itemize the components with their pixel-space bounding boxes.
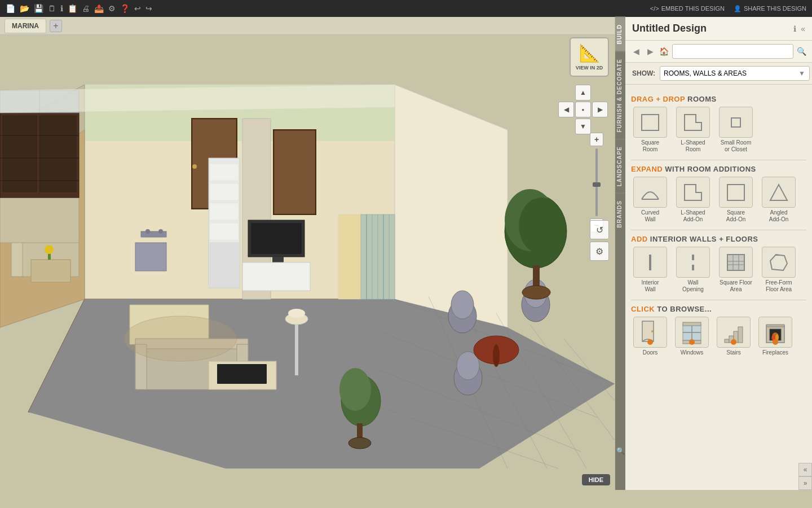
l-shaped-room-label: L-ShapedRoom <box>681 139 705 153</box>
l-shaped-addon-icon <box>676 177 710 208</box>
nav-left-button[interactable]: ◀ <box>558 102 574 117</box>
svg-rect-32 <box>272 257 284 262</box>
square-addon-icon <box>719 177 753 208</box>
stairs-browse-item[interactable]: Stairs <box>714 317 753 356</box>
reset-view-button[interactable]: ↺ <box>590 220 609 239</box>
section-normal-interior: INTERIOR WALLS + FLOORS <box>650 235 758 243</box>
nav-center-button[interactable]: ● <box>575 102 591 117</box>
collapse-buttons: « » <box>798 463 812 490</box>
collapse-up-button[interactable]: « <box>798 463 812 476</box>
curved-wall-item[interactable]: CurvedWall <box>631 177 669 223</box>
search-tab-icon[interactable]: 🔍 <box>615 446 625 456</box>
help-icon[interactable]: ❓ <box>120 4 130 13</box>
nav-right-button[interactable]: ▶ <box>592 102 608 117</box>
wall-opening-label: WallOpening <box>682 279 704 293</box>
free-form-floor-area-icon <box>762 247 796 278</box>
tab-marina[interactable]: MARINA <box>5 19 46 33</box>
interior-wall-item[interactable]: InteriorWall <box>631 247 669 293</box>
canvas-area[interactable]: MARINA + <box>0 17 615 490</box>
collapse-down-button[interactable]: » <box>798 476 812 490</box>
info-icon[interactable]: ℹ <box>60 4 63 13</box>
svg-rect-59 <box>0 198 79 243</box>
saveas-icon[interactable]: 🗒 <box>48 4 56 13</box>
doors-dot <box>647 339 653 345</box>
svg-rect-51 <box>295 319 298 375</box>
section-interior-title: ADD INTERIOR WALLS + FLOORS <box>631 235 806 243</box>
svg-rect-87 <box>642 115 659 130</box>
svg-rect-25 <box>210 164 239 181</box>
svg-marker-88 <box>685 115 701 130</box>
divider-2 <box>631 230 806 230</box>
curved-wall-icon <box>633 177 667 208</box>
settings-icon[interactable]: ⚙ <box>108 4 116 13</box>
wall-opening-item[interactable]: WallOpening <box>674 247 712 293</box>
zoom-track[interactable] <box>595 148 598 216</box>
nav-up-button[interactable]: ▲ <box>575 85 591 100</box>
back-arrow-button[interactable]: ◀ <box>631 46 642 57</box>
embed-button[interactable]: </> EMBED THIS DESIGN <box>650 5 725 12</box>
square-addon-label: SquareAdd-On <box>726 209 745 223</box>
share-button[interactable]: 👤 SHARE THIS DESIGN <box>734 5 806 12</box>
svg-point-58 <box>45 245 54 254</box>
show-select[interactable]: ROOMS, WALLS & AREAS FURNITURE FLOORS WA… <box>660 66 810 81</box>
section-expand-title: EXPAND WITH ROOM ADDITIONS <box>631 165 806 173</box>
free-form-floor-area-item[interactable]: Free-FormFloor Area <box>760 247 798 293</box>
fireplaces-browse-item[interactable]: Fireplaces <box>756 317 795 356</box>
angled-addon-item[interactable]: AngledAdd-On <box>760 177 798 223</box>
svg-rect-116 <box>766 325 784 327</box>
svg-point-76 <box>145 229 150 234</box>
tab-build[interactable]: BUILD <box>615 17 625 51</box>
export-icon[interactable]: 📤 <box>94 4 104 13</box>
tab-furnish[interactable]: FURNISH & DECORATE <box>615 51 625 139</box>
svg-rect-26 <box>210 183 239 200</box>
wall-opening-icon <box>676 247 710 278</box>
search-input[interactable] <box>672 44 793 59</box>
save-icon[interactable]: 💾 <box>34 4 43 13</box>
l-shaped-room-item[interactable]: L-ShapedRoom <box>674 107 712 153</box>
panel-collapse-icon[interactable]: « <box>801 24 805 33</box>
zoom-thumb[interactable] <box>593 182 601 187</box>
svg-marker-91 <box>685 185 701 200</box>
svg-rect-45 <box>533 265 540 288</box>
svg-point-48 <box>339 368 371 411</box>
l-shaped-room-icon-box <box>676 107 710 138</box>
print-icon[interactable]: 🖨 <box>82 4 90 13</box>
right-panel: BUILD FURNISH & DECORATE LANDSCAPE BRAND… <box>615 17 812 490</box>
interior-wall-icon <box>633 247 667 278</box>
home-button[interactable]: 🏠 <box>659 47 669 56</box>
nav-down-button[interactable]: ▼ <box>575 119 591 134</box>
search-submit-button[interactable]: 🔍 <box>797 47 806 56</box>
square-addon-item[interactable]: SquareAdd-On <box>717 177 755 223</box>
zoom-in-button[interactable]: + <box>590 133 603 146</box>
forward-arrow-button[interactable]: ▶ <box>645 46 656 57</box>
small-room-icon-box <box>719 107 753 138</box>
add-tab-button[interactable]: + <box>50 20 62 32</box>
svg-rect-113 <box>738 327 743 343</box>
svg-rect-33 <box>242 262 310 291</box>
embed-code-icon: </> <box>650 5 659 12</box>
tab-landscape[interactable]: LANDSCAPE <box>615 139 625 193</box>
svg-point-35 <box>451 291 474 319</box>
pages-icon[interactable]: 📋 <box>68 4 77 13</box>
square-room-item[interactable]: SquareRoom <box>631 107 669 153</box>
redo-icon[interactable]: ↪ <box>145 4 152 13</box>
view-in-2d-button[interactable]: 📐 VIEW IN 2D <box>570 37 609 77</box>
show-label: SHOW: <box>632 69 655 77</box>
open-file-icon[interactable]: 📂 <box>20 4 29 13</box>
doors-icon <box>633 317 667 348</box>
new-file-icon[interactable]: 📄 <box>6 4 15 13</box>
hide-button[interactable]: HIDE <box>582 474 610 485</box>
undo-icon[interactable]: ↩ <box>134 4 141 13</box>
doors-browse-item[interactable]: Doors <box>631 317 669 356</box>
svg-point-21 <box>192 164 197 169</box>
svg-point-50 <box>348 437 371 449</box>
tab-brands[interactable]: BRANDS <box>615 193 625 235</box>
windows-browse-item[interactable]: Windows <box>673 317 711 356</box>
panel-info-icon[interactable]: ℹ <box>793 24 796 33</box>
small-room-label: Small Roomor Closet <box>721 139 751 153</box>
settings-view-button[interactable]: ⚙ <box>590 242 609 261</box>
l-shaped-addon-item[interactable]: L-ShapedAdd-On <box>674 177 712 223</box>
small-room-item[interactable]: Small Roomor Closet <box>717 107 755 153</box>
square-floor-area-icon <box>719 247 753 278</box>
square-floor-area-item[interactable]: Square FloorArea <box>717 247 755 293</box>
